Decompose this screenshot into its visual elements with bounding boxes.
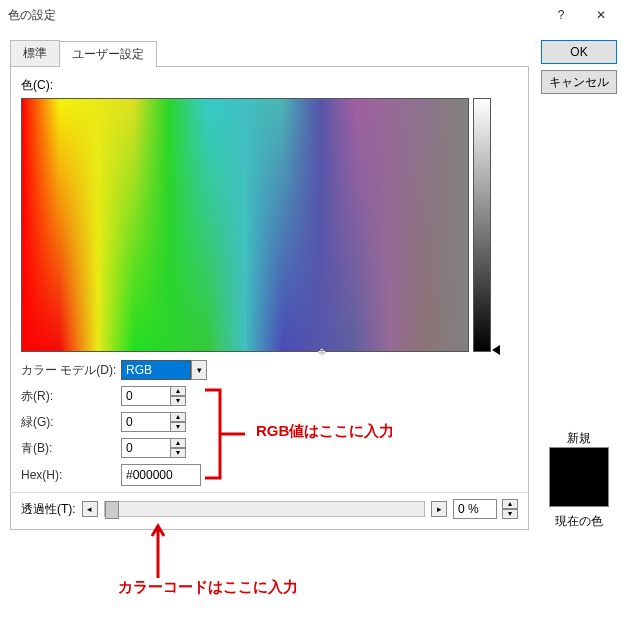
hex-input[interactable]: #000000 [121, 464, 201, 486]
title-bar: 色の設定 ? ✕ [0, 0, 629, 30]
color-label: 色(C): [21, 77, 518, 94]
green-input[interactable]: 0 [121, 412, 171, 432]
transparency-value: 0 % [458, 502, 479, 516]
color-spectrum[interactable]: ⌖ [21, 98, 469, 352]
help-button[interactable]: ? [541, 0, 581, 30]
green-spin-up[interactable]: ▴ [170, 412, 186, 422]
tab-custom[interactable]: ユーザー設定 [59, 41, 157, 67]
trans-slider-right[interactable]: ▸ [431, 501, 447, 517]
red-spin-down[interactable]: ▾ [170, 396, 186, 406]
blue-label: 青(B): [21, 440, 121, 457]
blue-value: 0 [126, 441, 133, 455]
lightness-marker-icon [492, 345, 500, 355]
green-spin-down[interactable]: ▾ [170, 422, 186, 432]
transparency-label: 透過性(T): [21, 501, 76, 518]
transparency-row: 透過性(T): ◂ ▸ 0 % ▴▾ [10, 492, 529, 530]
red-input[interactable]: 0 [121, 386, 171, 406]
annotation-hex: カラーコードはここに入力 [118, 578, 298, 597]
new-color-swatch [549, 447, 609, 507]
transparency-input[interactable]: 0 % [453, 499, 497, 519]
red-label: 赤(R): [21, 388, 121, 405]
red-spin-up[interactable]: ▴ [170, 386, 186, 396]
cancel-button[interactable]: キャンセル [541, 70, 617, 94]
transparency-slider[interactable] [104, 501, 425, 517]
hex-value: #000000 [126, 468, 173, 482]
blue-input[interactable]: 0 [121, 438, 171, 458]
new-color-label: 新規 [567, 430, 591, 447]
transparency-thumb[interactable] [105, 501, 119, 519]
color-model-select[interactable]: RGB [121, 360, 191, 380]
spectrum-cursor: ⌖ [318, 343, 326, 360]
annotation-rgb: RGB値はここに入力 [256, 422, 394, 441]
green-label: 緑(G): [21, 414, 121, 431]
green-value: 0 [126, 415, 133, 429]
close-button[interactable]: ✕ [581, 0, 621, 30]
red-value: 0 [126, 389, 133, 403]
trans-slider-left[interactable]: ◂ [82, 501, 98, 517]
trans-spin-down[interactable]: ▾ [502, 509, 518, 519]
tab-strip: 標準 ユーザー設定 [10, 40, 529, 67]
color-dialog: 色の設定 ? ✕ 標準 ユーザー設定 色(C): ⌖ カ [0, 0, 629, 530]
dialog-title: 色の設定 [8, 7, 541, 24]
model-label: カラー モデル(D): [21, 362, 121, 379]
trans-spin-up[interactable]: ▴ [502, 499, 518, 509]
tab-standard[interactable]: 標準 [10, 40, 60, 66]
hex-label: Hex(H): [21, 468, 121, 482]
model-dropdown-icon[interactable]: ▾ [191, 360, 207, 380]
model-value: RGB [126, 363, 152, 377]
blue-spin-up[interactable]: ▴ [170, 438, 186, 448]
blue-spin-down[interactable]: ▾ [170, 448, 186, 458]
current-color-label: 現在の色 [555, 513, 603, 530]
ok-button[interactable]: OK [541, 40, 617, 64]
lightness-bar[interactable] [473, 98, 491, 352]
